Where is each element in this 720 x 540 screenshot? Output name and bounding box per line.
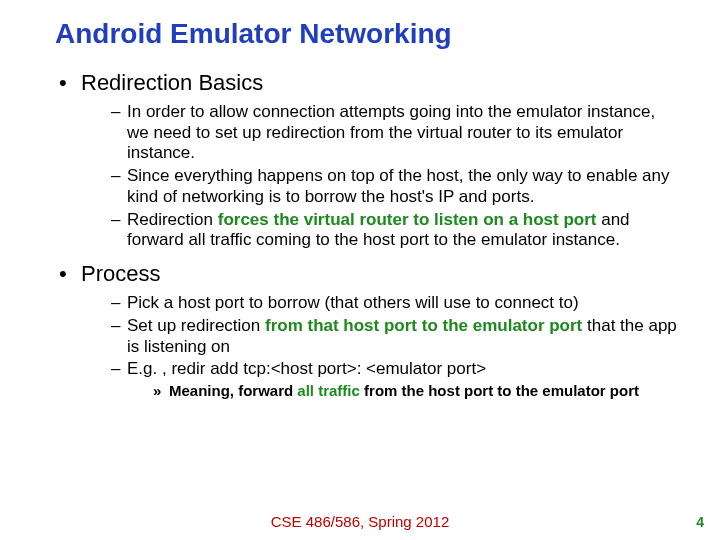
emphasis-text: all traffic — [297, 382, 360, 399]
subsub-list: Meaning, forward all traffic from the ho… — [127, 382, 680, 401]
text: E.g. , redir add tcp:<host port>: <emula… — [127, 359, 486, 378]
bullet-label: Redirection Basics — [81, 70, 263, 95]
subsub-item: Meaning, forward all traffic from the ho… — [153, 382, 680, 401]
emphasis-text: forces the virtual router to listen on a… — [218, 210, 597, 229]
sub-item: Set up redirection from that host port t… — [111, 316, 680, 357]
page-number: 4 — [696, 514, 704, 530]
slide-title: Android Emulator Networking — [55, 18, 680, 50]
bullet-list: Redirection Basics In order to allow con… — [55, 70, 680, 401]
sub-item: E.g. , redir add tcp:<host port>: <emula… — [111, 359, 680, 400]
sub-item: Redirection forces the virtual router to… — [111, 210, 680, 251]
text: Redirection — [127, 210, 218, 229]
sub-list: Pick a host port to borrow (that others … — [81, 293, 680, 401]
text: Meaning, forward — [169, 382, 297, 399]
emphasis-text: from that host port to the emulator port — [265, 316, 582, 335]
sub-item: In order to allow connection attempts go… — [111, 102, 680, 164]
text: Set up redirection — [127, 316, 265, 335]
bullet-redirection-basics: Redirection Basics In order to allow con… — [55, 70, 680, 251]
slide: Android Emulator Networking Redirection … — [0, 0, 720, 540]
sub-list: In order to allow connection attempts go… — [81, 102, 680, 251]
bullet-label: Process — [81, 261, 160, 286]
sub-item: Pick a host port to borrow (that others … — [111, 293, 680, 314]
bullet-process: Process Pick a host port to borrow (that… — [55, 261, 680, 401]
text: from the host port to the emulator port — [360, 382, 639, 399]
footer-text: CSE 486/586, Spring 2012 — [0, 513, 720, 530]
sub-item: Since everything happens on top of the h… — [111, 166, 680, 207]
